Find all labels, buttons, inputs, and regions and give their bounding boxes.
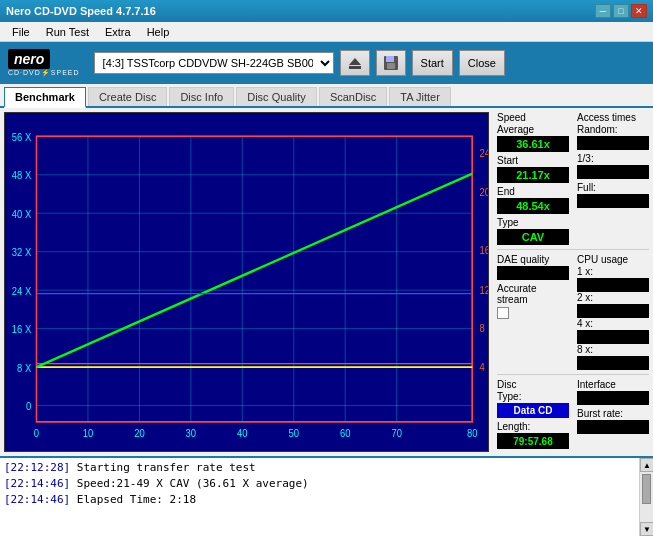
svg-text:16 X: 16 X bbox=[12, 324, 32, 336]
tab-scan-disc[interactable]: ScanDisc bbox=[319, 87, 387, 106]
svg-text:48 X: 48 X bbox=[12, 170, 32, 182]
svg-text:10: 10 bbox=[83, 428, 94, 440]
tabs-bar: Benchmark Create Disc Disc Info Disc Qua… bbox=[0, 84, 653, 108]
speed-label: Speed bbox=[497, 112, 569, 123]
interface-label: Interface bbox=[577, 379, 649, 390]
accurate-stream-label: Accurate stream bbox=[497, 283, 569, 305]
cpu-usage-label: CPU usage bbox=[577, 254, 649, 265]
svg-text:24 X: 24 X bbox=[12, 285, 32, 297]
cpu-1x-label: 1 x: bbox=[577, 266, 649, 277]
toolbar-close-button[interactable]: Close bbox=[459, 50, 505, 76]
minimize-button[interactable]: ─ bbox=[595, 4, 611, 18]
nero-logo: nero bbox=[8, 49, 50, 69]
cpu-2x-label: 2 x: bbox=[577, 292, 649, 303]
end-value: 48.54x bbox=[497, 198, 569, 214]
interface-col: Interface Burst rate: bbox=[577, 379, 649, 449]
disc-type-sub-label: Type: bbox=[497, 391, 569, 402]
random-label: Random: bbox=[577, 124, 649, 135]
menu-run-test[interactable]: Run Test bbox=[38, 24, 97, 40]
svg-text:50: 50 bbox=[288, 428, 299, 440]
dae-col: DAE quality Accurate stream bbox=[497, 254, 569, 370]
tab-disc-info[interactable]: Disc Info bbox=[169, 87, 234, 106]
tab-ta-jitter[interactable]: TA Jitter bbox=[389, 87, 451, 106]
eject-button[interactable] bbox=[340, 50, 370, 76]
disc-type-col: Disc Type: Data CD Length: 79:57.68 bbox=[497, 379, 569, 449]
length-label: Length: bbox=[497, 421, 569, 432]
log-line-2: [22:14:46] Elapsed Time: 2:18 bbox=[4, 492, 635, 508]
random-value-box bbox=[577, 136, 649, 150]
scroll-down-button[interactable]: ▼ bbox=[640, 522, 653, 536]
svg-text:12: 12 bbox=[480, 284, 488, 296]
average-value: 36.61x bbox=[497, 136, 569, 152]
full-value-box bbox=[577, 194, 649, 208]
type-label: Type bbox=[497, 217, 569, 228]
cpu-4x-value-box bbox=[577, 330, 649, 344]
log-scrollbar[interactable]: ▲ ▼ bbox=[639, 458, 653, 536]
svg-rect-5 bbox=[5, 113, 488, 451]
dae-quality-label: DAE quality bbox=[497, 254, 569, 265]
log-text-0: Starting transfer rate test bbox=[77, 461, 256, 474]
toolbar: nero CD·DVD⚡SPEED [4:3] TSSTcorp CDDVDW … bbox=[0, 42, 653, 84]
menu-file[interactable]: File bbox=[4, 24, 38, 40]
svg-text:20: 20 bbox=[134, 428, 145, 440]
title-bar: Nero CD-DVD Speed 4.7.7.16 ─ □ ✕ bbox=[0, 0, 653, 22]
cpu-8x-value-box bbox=[577, 356, 649, 370]
log-timestamp-1: [22:14:46] bbox=[4, 477, 70, 490]
cpu-4x-label: 4 x: bbox=[577, 318, 649, 329]
length-value: 79:57.68 bbox=[497, 433, 569, 449]
accurate-stream-row bbox=[497, 307, 569, 319]
log-timestamp-2: [22:14:46] bbox=[4, 493, 70, 506]
nero-logo-block: nero CD·DVD⚡SPEED bbox=[8, 49, 80, 77]
svg-text:0: 0 bbox=[34, 428, 40, 440]
start-button[interactable]: Start bbox=[412, 50, 453, 76]
speed-left: Speed Average 36.61x Start 21.17x End 48… bbox=[497, 112, 569, 245]
log-timestamp-0: [22:12:28] bbox=[4, 461, 70, 474]
tab-benchmark[interactable]: Benchmark bbox=[4, 87, 86, 108]
log-line-0: [22:12:28] Starting transfer rate test bbox=[4, 460, 635, 476]
disc-type-value: Data CD bbox=[497, 403, 569, 418]
nero-subtitle: CD·DVD⚡SPEED bbox=[8, 69, 80, 77]
right-panel: Speed Average 36.61x Start 21.17x End 48… bbox=[493, 108, 653, 456]
log-content: [22:12:28] Starting transfer rate test [… bbox=[0, 458, 639, 536]
menu-help[interactable]: Help bbox=[139, 24, 178, 40]
svg-text:56 X: 56 X bbox=[12, 132, 32, 144]
svg-text:40: 40 bbox=[237, 428, 248, 440]
save-icon bbox=[383, 55, 399, 71]
cpu-8x-label: 8 x: bbox=[577, 344, 649, 355]
tab-disc-quality[interactable]: Disc Quality bbox=[236, 87, 317, 106]
svg-text:8: 8 bbox=[480, 323, 486, 335]
burst-rate-label: Burst rate: bbox=[577, 408, 649, 419]
chart-svg: 56 X 48 X 40 X 32 X 24 X 16 X 8 X 0 24 2… bbox=[5, 113, 488, 451]
save-button[interactable] bbox=[376, 50, 406, 76]
tab-create-disc[interactable]: Create Disc bbox=[88, 87, 167, 106]
close-window-button[interactable]: ✕ bbox=[631, 4, 647, 18]
full-label: Full: bbox=[577, 182, 649, 193]
menu-bar: File Run Test Extra Help bbox=[0, 22, 653, 42]
scroll-thumb[interactable] bbox=[642, 474, 651, 504]
svg-rect-3 bbox=[386, 56, 394, 62]
log-line-1: [22:14:46] Speed:21-49 X CAV (36.61 X av… bbox=[4, 476, 635, 492]
divider-2 bbox=[497, 374, 649, 375]
burst-rate-value-box bbox=[577, 420, 649, 434]
start-label: Start bbox=[497, 155, 569, 166]
svg-text:32 X: 32 X bbox=[12, 247, 32, 259]
svg-text:30: 30 bbox=[186, 428, 197, 440]
eject-icon bbox=[347, 55, 363, 71]
accurate-stream-checkbox[interactable] bbox=[497, 307, 509, 319]
log-text-1: Speed:21-49 X CAV (36.61 X average) bbox=[77, 477, 309, 490]
menu-extra[interactable]: Extra bbox=[97, 24, 139, 40]
svg-marker-0 bbox=[349, 58, 361, 65]
cpu-1x-value-box bbox=[577, 278, 649, 292]
dae-section: DAE quality Accurate stream CPU usage 1 … bbox=[497, 254, 649, 370]
scroll-up-button[interactable]: ▲ bbox=[640, 458, 653, 472]
drive-select[interactable]: [4:3] TSSTcorp CDDVDW SH-224GB SB00 bbox=[94, 52, 334, 74]
svg-text:16: 16 bbox=[480, 245, 488, 257]
access-times-label: Access times bbox=[577, 112, 649, 123]
divider-1 bbox=[497, 249, 649, 250]
scroll-track[interactable] bbox=[640, 472, 653, 522]
cpu-2x-value-box bbox=[577, 304, 649, 318]
main-content: 56 X 48 X 40 X 32 X 24 X 16 X 8 X 0 24 2… bbox=[0, 108, 653, 456]
maximize-button[interactable]: □ bbox=[613, 4, 629, 18]
svg-rect-1 bbox=[349, 66, 361, 69]
one-third-value-box bbox=[577, 165, 649, 179]
